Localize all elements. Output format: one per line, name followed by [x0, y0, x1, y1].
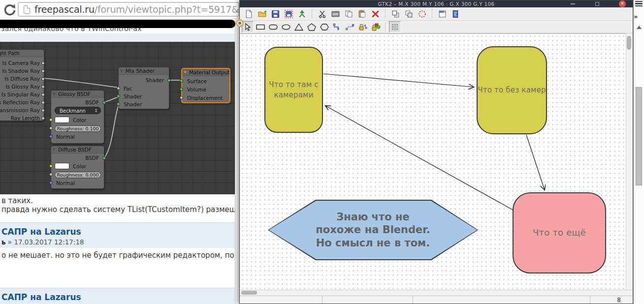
- blender-node-editor-image: Light Path Is Camera Ray Is Shadow Ray I…: [0, 42, 240, 194]
- node-title: Light Path: [0, 50, 44, 57]
- horizontal-scrollbar[interactable]: [240, 290, 633, 296]
- socket[interactable]: [167, 79, 171, 82]
- group-anchor-tool-button[interactable]: [370, 21, 382, 32]
- material-output-node[interactable]: Material Output Surface Volume Displacem…: [181, 68, 230, 103]
- color-swatch[interactable]: [55, 163, 69, 169]
- paste-button[interactable]: [356, 8, 368, 20]
- flow-node-bottom-right[interactable]: Что то ещё: [513, 192, 606, 274]
- toolbar-separator: [432, 9, 432, 18]
- maximize-button[interactable]: [595, 2, 599, 6]
- toolbar-separator: [312, 9, 312, 18]
- mix-shader-node[interactable]: Mix Shader Shader Fac Shader Shader: [118, 67, 169, 109]
- grid-toggle-button[interactable]: [389, 21, 401, 32]
- socket[interactable]: [117, 87, 120, 90]
- socket[interactable]: [180, 96, 183, 99]
- socket[interactable]: [41, 69, 45, 73]
- statusbar-cell: [413, 296, 590, 304]
- socket[interactable]: [49, 164, 53, 168]
- minimize-button[interactable]: [571, 3, 575, 4]
- socket[interactable]: [41, 93, 45, 96]
- vertical-scrollbar[interactable]: [626, 33, 633, 290]
- close-button[interactable]: ✕: [619, 0, 626, 7]
- export-bmp-button[interactable]: BMP: [329, 8, 341, 20]
- window-title: GTK2 – M.X 300 M.Y 106 : G.X 300 G.Y 106: [378, 1, 494, 7]
- roughness-slider[interactable]: Roughness: 0.100: [55, 125, 101, 132]
- roughness-slider[interactable]: Roughness: 0.000: [55, 172, 101, 178]
- rectangle-tool-button[interactable]: [255, 21, 266, 32]
- socket[interactable]: [41, 109, 45, 112]
- pentagon-tool-button[interactable]: [306, 21, 318, 32]
- flow-node-label: Что то там с камерами: [265, 80, 322, 100]
- socket[interactable]: [49, 126, 53, 130]
- background-scrollbar-thumb[interactable]: [636, 87, 642, 185]
- post-text-line: о не мешает. но это не будет графическим…: [1, 251, 241, 260]
- horizontal-scrollbar-thumb[interactable]: [241, 291, 257, 295]
- menu-hamburger-icon[interactable]: [635, 1, 643, 6]
- raise-object-button[interactable]: [389, 8, 401, 20]
- diffuse-bsdf-node[interactable]: Diffuse BSDF BSDF Color Roughness: 0.000…: [51, 146, 104, 189]
- copy-button[interactable]: [343, 8, 354, 20]
- delete-button[interactable]: [369, 8, 381, 20]
- socket[interactable]: [41, 101, 45, 104]
- socket[interactable]: [41, 85, 45, 89]
- socket[interactable]: [41, 61, 45, 65]
- socket[interactable]: [117, 94, 120, 98]
- new-view-button[interactable]: [436, 8, 448, 20]
- socket[interactable]: [180, 88, 183, 91]
- shape-toolbar: [240, 21, 633, 33]
- flow-node-top-right[interactable]: Что то без камер: [477, 46, 547, 134]
- light-path-node[interactable]: Light Path Is Camera Ray Is Shadow Ray I…: [0, 49, 44, 121]
- hexagon-tool-button[interactable]: [319, 21, 330, 32]
- topic-header-band: САПР на Lazarus: [0, 288, 242, 304]
- curve-connector-tool-button[interactable]: [344, 21, 356, 32]
- save-button[interactable]: [269, 8, 281, 20]
- polyline-connector-tool-button[interactable]: [331, 21, 343, 32]
- url-bar[interactable]: freepascal.ru/forum/viewtopic.php?t=5917…: [18, 2, 239, 17]
- socket[interactable]: [41, 117, 45, 120]
- favicon-circle-icon: [236, 19, 244, 27]
- lower-object-button[interactable]: [403, 8, 415, 20]
- close-view-button[interactable]: [450, 8, 461, 20]
- open-folder-button[interactable]: [256, 8, 268, 20]
- statusbar-cell: [322, 296, 413, 304]
- redacted-bar: [0, 20, 235, 28]
- socket[interactable]: [41, 77, 45, 81]
- hexagon-text-line: похоже на Blender.: [316, 223, 430, 236]
- topic-link[interactable]: САПР на Lazarus: [1, 292, 81, 302]
- hexagon-text-line: Но смысл не в том.: [316, 237, 430, 249]
- socket[interactable]: [49, 135, 53, 138]
- browser-window: freepascal.ru/forum/viewtopic.php?t=5917…: [0, 0, 242, 304]
- socket[interactable]: [102, 156, 106, 160]
- new-document-button[interactable]: [243, 8, 255, 20]
- flow-node-label: Что то без камер: [478, 85, 546, 95]
- anchor-connect-tool-button[interactable]: [357, 21, 369, 32]
- cut-button[interactable]: [316, 8, 328, 20]
- select-region-button[interactable]: [416, 8, 428, 20]
- glossy-bsdf-node[interactable]: Glossy BSDF BSDF Beckmann Color Roughnes…: [51, 90, 104, 144]
- color-swatch[interactable]: [55, 117, 69, 123]
- socket[interactable]: [49, 118, 53, 122]
- socket[interactable]: [102, 101, 106, 104]
- socket[interactable]: [180, 79, 183, 83]
- node-title: Diffuse BSDF: [51, 146, 104, 153]
- flow-node-top-left[interactable]: Что то там с камерами: [264, 47, 323, 133]
- node-title: Mix Shader: [119, 67, 169, 75]
- save-as-button[interactable]: [283, 8, 294, 20]
- socket[interactable]: [49, 181, 53, 184]
- triangle-tool-button[interactable]: [293, 21, 305, 32]
- distribution-dropdown[interactable]: Beckmann: [55, 107, 101, 114]
- socket[interactable]: [117, 102, 120, 106]
- diagram-canvas[interactable]: Что то там с камерами Что то без камер З…: [240, 33, 626, 290]
- post-divider-band: [0, 33, 242, 42]
- socket[interactable]: [49, 173, 53, 176]
- vertical-scrollbar-thumb[interactable]: [627, 36, 631, 50]
- scroll-up-arrow-icon[interactable]: [637, 26, 642, 29]
- topic-link[interactable]: САПР на Lazarus: [1, 227, 81, 237]
- merge-branch-button[interactable]: [296, 8, 308, 20]
- rounded-rectangle-tool-button[interactable]: [267, 21, 279, 32]
- reload-icon[interactable]: [3, 2, 17, 16]
- ellipse-tool-button[interactable]: [280, 21, 292, 32]
- topic-meta: ь » 17.03.2017 12:17:18: [1, 238, 84, 246]
- overflow-chevron[interactable]: »: [634, 13, 638, 20]
- statusbar-cell: [240, 296, 322, 304]
